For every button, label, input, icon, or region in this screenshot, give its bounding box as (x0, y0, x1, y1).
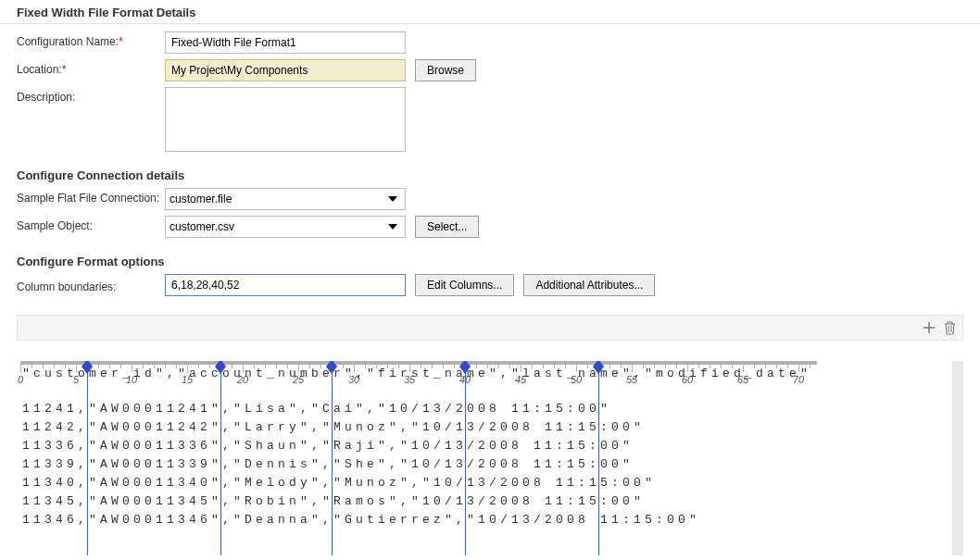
boundary-marker[interactable] (326, 361, 337, 374)
boundary-marker[interactable] (82, 361, 93, 374)
description-textarea[interactable] (165, 87, 406, 152)
preview-toolbar (17, 315, 963, 341)
additional-attributes-button[interactable]: Additional Attributes... (523, 274, 655, 296)
location-input[interactable] (165, 59, 406, 81)
section-title-connection: Configure Connection details (0, 163, 980, 186)
column-boundaries-input[interactable] (165, 274, 406, 296)
select-button[interactable]: Select... (415, 216, 479, 238)
boundary-marker[interactable] (215, 361, 226, 374)
edit-columns-button[interactable]: Edit Columns... (415, 274, 514, 296)
label-col-bounds: Column boundaries: (17, 277, 165, 293)
section-title-details: Fixed Width File Format Details (0, 0, 980, 24)
label-location: Location:* (17, 59, 165, 76)
preview-data-row: 11339,"AW00011339","Dennis","She","10/13… (20, 457, 952, 476)
boundary-marker[interactable] (459, 361, 471, 374)
preview-data-row: 11340,"AW00011340","Melody","Munoz","10/… (20, 476, 952, 494)
label-description: Description: (17, 87, 165, 104)
preview-data-row: 11346,"AW00011346","Deanna","Gutierrez",… (20, 513, 952, 531)
preview-data-row: 11345,"AW00011345","Robin","Ramos","10/1… (20, 494, 952, 513)
preview-data-row: 11336,"AW00011336","Shaun","Raji","10/13… (20, 439, 952, 457)
trash-icon[interactable] (942, 320, 957, 335)
preview-data-row: 11242,"AW00011242","Larry","Munoz","10/1… (20, 420, 952, 439)
sample-obj-select[interactable]: customer.csv (165, 216, 406, 238)
add-icon[interactable] (922, 320, 936, 335)
section-title-format: Configure Format options (0, 249, 980, 272)
label-sample-obj: Sample Object: (17, 216, 165, 232)
config-name-input[interactable] (165, 31, 406, 54)
label-config-name: Configuration Name:* (17, 31, 165, 48)
preview-data-row: 11241,"AW00011241","Lisa","Cai","10/13/2… (20, 402, 952, 420)
label-sample-conn: Sample Flat File Connection: (17, 188, 165, 205)
fixed-width-preview[interactable]: 0510152025303540455055606570 "customer_i… (17, 361, 963, 555)
boundary-marker[interactable] (593, 361, 604, 374)
browse-button[interactable]: Browse (415, 59, 476, 81)
sample-conn-select[interactable]: customer.file (165, 188, 406, 210)
